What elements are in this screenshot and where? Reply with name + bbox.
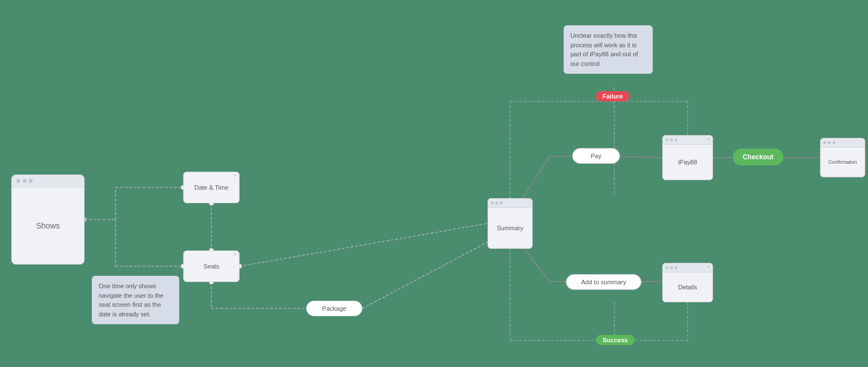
add-to-summary-pill[interactable]: Add to summary: [566, 274, 641, 290]
summary-content: Summary: [488, 208, 532, 248]
success-badge: Success: [596, 335, 635, 345]
seats-label: Seats: [203, 263, 219, 270]
cdot1: [823, 141, 826, 144]
shows-browser-bar: [12, 175, 84, 187]
checkout-label: Checkout: [743, 153, 774, 161]
details-label: Details: [678, 284, 697, 290]
failure-label: Failure: [603, 93, 623, 100]
unclear-tooltip: Unclear exactly how this process will wo…: [564, 25, 653, 74]
svg-line-20: [620, 156, 662, 158]
svg-line-16: [362, 242, 488, 308]
seats-node: Seats ×: [183, 250, 240, 282]
summary-browser-bar: [488, 199, 532, 208]
dot1: [16, 179, 20, 183]
sdot2: [495, 202, 498, 204]
cdot3: [832, 141, 835, 144]
details-node: Details ×: [662, 263, 713, 302]
datetime-close[interactable]: ×: [234, 173, 237, 178]
failure-badge: Failure: [596, 91, 630, 101]
ipay88-browser-bar: [663, 136, 712, 145]
one-time-note-text: One time only shows navigate the user to…: [99, 283, 163, 317]
details-close[interactable]: ×: [707, 265, 710, 270]
datetime-label: Date & Time: [194, 184, 229, 191]
summary-label: Summary: [497, 225, 523, 231]
ddot2: [670, 266, 673, 269]
confirmation-content: Confirmation: [821, 147, 865, 177]
dot2: [23, 179, 26, 183]
add-to-summary-label: Add to summary: [581, 279, 626, 285]
idot1: [666, 138, 668, 141]
sdot3: [500, 202, 503, 204]
confirmation-browser-bar: [821, 138, 865, 147]
shows-label: Shows: [36, 221, 60, 230]
ipay88-close[interactable]: ×: [707, 137, 710, 142]
ddot3: [675, 266, 677, 269]
one-time-note: One time only shows navigate the user to…: [92, 276, 179, 324]
ipay88-node: iPay88 ×: [662, 135, 713, 180]
seats-close[interactable]: ×: [234, 252, 237, 257]
canvas: Shows Date & Time × Seats × One time onl…: [0, 0, 868, 367]
unclear-text: Unclear exactly how this process will wo…: [570, 32, 638, 67]
checkout-pill[interactable]: Checkout: [733, 149, 783, 165]
ddot1: [666, 266, 668, 269]
ipay88-content: iPay88: [663, 145, 712, 180]
ipay88-label: iPay88: [678, 159, 697, 165]
sdot1: [491, 202, 494, 204]
shows-content: Shows: [12, 187, 84, 264]
details-browser-bar: [663, 263, 712, 272]
pay-label: Pay: [591, 153, 601, 159]
dot3: [29, 179, 33, 183]
idot2: [670, 138, 673, 141]
shows-node: Shows: [11, 174, 85, 265]
pay-pill[interactable]: Pay: [572, 148, 620, 164]
confirmation-label: Confirmation: [828, 159, 857, 165]
summary-node: Summary: [488, 198, 533, 249]
package-label: Package: [322, 305, 347, 312]
svg-line-11: [240, 223, 488, 266]
confirmation-node: Confirmation: [820, 138, 865, 177]
datetime-node: Date & Time ×: [183, 172, 240, 203]
success-label: Success: [603, 337, 628, 343]
details-content: Details: [663, 272, 712, 302]
package-pill[interactable]: Package: [306, 301, 362, 316]
idot3: [675, 138, 677, 141]
cdot2: [828, 141, 831, 144]
